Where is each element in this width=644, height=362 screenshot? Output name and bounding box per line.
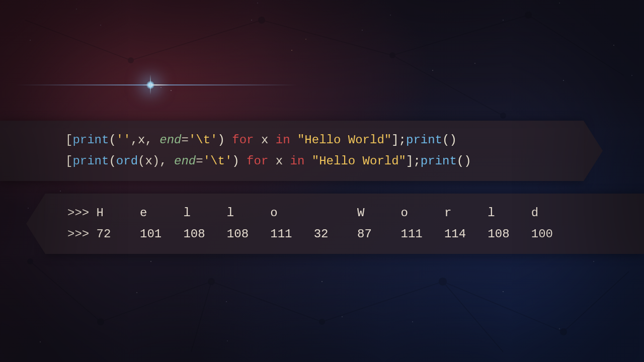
network-graph-decoration <box>0 0 644 362</box>
bracket-open: [ <box>65 133 72 147</box>
kw-for: for <box>247 154 268 168</box>
kw-in: in <box>276 133 290 147</box>
svg-line-13 <box>443 282 503 352</box>
fn-print: print <box>421 154 457 168</box>
svg-line-12 <box>564 272 629 332</box>
svg-point-17 <box>525 12 532 19</box>
svg-point-23 <box>560 328 567 335</box>
svg-line-9 <box>211 282 322 322</box>
svg-line-4 <box>528 15 624 75</box>
svg-line-10 <box>322 282 443 322</box>
bracket-open: [ <box>65 154 72 168</box>
paren: ( <box>109 154 116 168</box>
svg-point-19 <box>97 318 104 325</box>
paren: ) <box>217 133 232 147</box>
code-block: [print('',x, end='\t') for x in "Hello W… <box>0 121 584 181</box>
equals: = <box>196 154 203 168</box>
string-literal: '\t' <box>203 154 232 168</box>
var-x: x <box>254 133 276 147</box>
svg-point-14 <box>128 57 134 63</box>
code-line-1: [print('',x, end='\t') for x in "Hello W… <box>65 130 567 151</box>
fn-print: print <box>72 133 109 147</box>
svg-line-7 <box>101 282 211 322</box>
string-literal: '\t' <box>189 133 218 147</box>
svg-line-2 <box>262 20 392 55</box>
paren: () <box>442 133 457 147</box>
output-line-codes: >>> 72 101 108 108 111 32 87 111 114 108… <box>67 224 627 245</box>
svg-line-0 <box>25 20 131 60</box>
fn-print: print <box>72 154 109 168</box>
svg-line-5 <box>392 55 503 116</box>
svg-line-8 <box>191 282 211 352</box>
paren: () <box>457 154 471 168</box>
svg-point-18 <box>500 113 506 119</box>
starfield-background <box>0 0 644 362</box>
kwarg-end: end <box>174 154 196 168</box>
svg-line-3 <box>392 15 528 55</box>
args: (x), <box>138 154 174 168</box>
var-x: x <box>268 154 290 168</box>
bracket-close: ]; <box>406 154 421 168</box>
bracket-close: ]; <box>391 133 406 147</box>
svg-point-15 <box>258 17 265 24</box>
svg-point-16 <box>389 52 395 58</box>
kwarg-end: end <box>159 133 181 147</box>
code-line-2: [print(ord(x), end='\t') for x in "Hello… <box>65 151 567 172</box>
space <box>290 133 297 147</box>
svg-point-24 <box>27 258 33 264</box>
paren: ) <box>232 154 247 168</box>
lens-flare-decoration <box>146 80 155 89</box>
svg-point-20 <box>208 278 215 285</box>
kw-for: for <box>232 133 254 147</box>
fn-print: print <box>406 133 442 147</box>
svg-point-21 <box>319 319 325 325</box>
kw-in: in <box>290 154 305 168</box>
output-block: >>> H e l l o W o r l d >>> 72 101 108 1… <box>45 194 644 254</box>
vignette-overlay <box>0 0 644 362</box>
fn-ord: ord <box>116 154 138 168</box>
svg-line-1 <box>131 20 262 60</box>
string-literal: "Hello World" <box>297 133 391 147</box>
string-literal: "Hello World" <box>312 154 406 168</box>
string-literal: '' <box>116 133 131 147</box>
equals: = <box>181 133 188 147</box>
output-line-chars: >>> H e l l o W o r l d <box>67 203 627 224</box>
svg-line-11 <box>443 282 564 332</box>
paren: ( <box>109 133 116 147</box>
svg-point-22 <box>439 278 447 286</box>
svg-line-6 <box>30 261 101 322</box>
args: ,x, <box>131 133 160 147</box>
space <box>304 154 311 168</box>
